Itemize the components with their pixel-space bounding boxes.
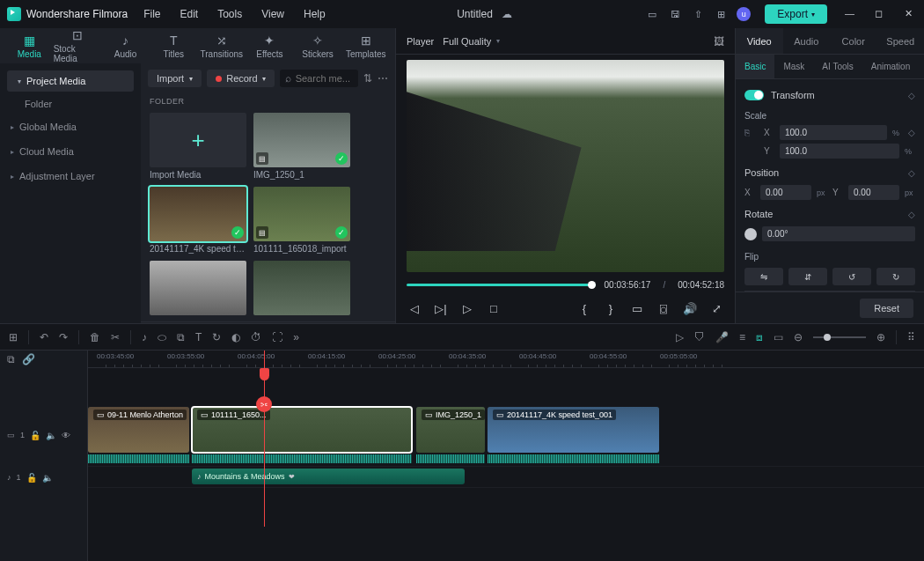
menu-file[interactable]: File <box>143 8 160 20</box>
color-icon[interactable]: ◐ <box>231 331 240 343</box>
close-button[interactable]: ✕ <box>905 8 917 20</box>
tab-effects[interactable]: ✦Effects <box>246 33 294 59</box>
reset-button[interactable]: Reset <box>860 299 913 318</box>
video-clip[interactable]: ▭101111_1650... <box>192 407 412 453</box>
quality-dropdown[interactable]: Full Quality▾ <box>443 36 500 47</box>
video-clip[interactable]: ▭20141117_4K speed test_001 <box>488 407 659 453</box>
keyframe-icon[interactable]: ◇ <box>908 168 915 178</box>
keyframe-icon[interactable]: ◇ <box>908 210 915 219</box>
mic-icon[interactable]: 🎤 <box>715 331 729 343</box>
link-icon[interactable]: 🔗 <box>22 353 35 365</box>
tab-templates[interactable]: ⊞Templates <box>341 33 390 59</box>
tab-media[interactable]: ▦Media <box>5 33 54 59</box>
text-icon[interactable]: T <box>195 331 202 343</box>
mixer-icon[interactable]: ≡ <box>739 331 745 343</box>
insp-tab-speed[interactable]: Speed <box>877 28 925 54</box>
volume-icon[interactable]: 🔊 <box>682 302 698 315</box>
play-back-icon[interactable]: ▷| <box>433 302 449 315</box>
fullscreen-icon[interactable]: ⤢ <box>708 302 724 315</box>
apps-icon[interactable]: ⊞ <box>714 7 728 21</box>
menu-view[interactable]: View <box>261 8 284 20</box>
thumb-image[interactable]: ▤✓ <box>253 113 350 167</box>
delete-icon[interactable]: 🗑 <box>90 331 100 343</box>
rotate-cw-button[interactable]: ↻ <box>876 268 915 285</box>
speed-icon[interactable]: ⏱ <box>251 331 261 343</box>
playhead-line[interactable] <box>264 351 265 527</box>
insp-tab-video[interactable]: Video <box>736 28 783 54</box>
subtab-basic[interactable]: Basic <box>736 55 774 78</box>
sidebar-adjustment-layer[interactable]: Adjustment Layer <box>0 164 141 188</box>
preview-viewport[interactable] <box>407 60 724 272</box>
layout-icon[interactable]: ▭ <box>645 7 659 21</box>
track-view-icon[interactable]: ⠿ <box>907 331 915 343</box>
video-clip[interactable]: ▭IMG_1250_1 <box>416 407 485 453</box>
display-icon[interactable]: ▭ <box>629 302 645 315</box>
filter-icon[interactable]: ⇅ <box>363 72 372 85</box>
grid-icon[interactable]: ⊞ <box>9 331 18 343</box>
import-dropdown[interactable]: Import <box>148 70 202 87</box>
tab-transitions[interactable]: ⤮Transitions <box>198 33 246 59</box>
subtab-mask[interactable]: Mask <box>774 55 813 78</box>
search-box[interactable]: ⌕ <box>280 70 358 87</box>
tag-icon[interactable]: ⬭ <box>158 331 166 343</box>
tab-titles[interactable]: TTitles <box>150 33 198 59</box>
rotate-field[interactable]: 0.00° <box>762 226 915 241</box>
marker-play-icon[interactable]: ▷ <box>676 331 684 343</box>
mute-icon[interactable]: 🔈 <box>46 431 56 440</box>
lock-icon[interactable]: 🔓 <box>30 431 40 440</box>
flip-h-button[interactable]: ⇋ <box>744 268 783 285</box>
subtab-ai-tools[interactable]: AI Tools <box>813 55 862 78</box>
transform-header[interactable]: Transform ◇ <box>744 85 915 106</box>
import-media-button[interactable]: + <box>150 113 246 167</box>
more-tools-icon[interactable]: » <box>293 331 299 343</box>
export-button[interactable]: Export▾ <box>765 4 827 24</box>
video-clip[interactable]: ▭09-11 Menlo Atherton <box>88 407 189 453</box>
pos-y-field[interactable]: 0.00 <box>848 185 899 200</box>
rotate-ccw-button[interactable]: ↺ <box>832 268 871 285</box>
undo-icon[interactable]: ↶ <box>40 331 48 343</box>
maximize-button[interactable]: ◻ <box>875 8 887 20</box>
camera-icon[interactable]: ⌼ <box>656 302 671 315</box>
tab-stock-media[interactable]: ⊡Stock Media <box>54 28 102 63</box>
menu-help[interactable]: Help <box>304 8 326 20</box>
scale-y-field[interactable]: 100.0 <box>780 144 899 159</box>
play-icon[interactable]: ▷ <box>459 302 475 315</box>
rotate-knob[interactable] <box>744 228 757 240</box>
flip-v-button[interactable]: ⇵ <box>788 268 827 285</box>
thumb-image[interactable] <box>253 261 350 315</box>
time-ruler[interactable]: 00:03:45:0000:03:55:0000:04:05:0000:04:1… <box>88 351 924 368</box>
zoom-knob[interactable] <box>824 334 831 341</box>
keyframe-icon[interactable]: ◇ <box>908 91 915 100</box>
audio-clip[interactable]: ♪Mountains & Meadows❤ <box>192 469 465 484</box>
subtab-animation[interactable]: Animation <box>862 55 919 78</box>
thumb-image[interactable]: ✓ <box>150 187 246 241</box>
mark-in-icon[interactable]: { <box>576 302 592 315</box>
sidebar-project-media[interactable]: Project Media <box>7 70 134 92</box>
thumb-image[interactable] <box>150 261 246 315</box>
mark-out-icon[interactable]: } <box>603 302 619 315</box>
minimize-button[interactable]: — <box>845 8 857 20</box>
music-icon[interactable]: ♪ <box>142 331 147 343</box>
thumb-image[interactable]: ▤✓ <box>253 187 350 241</box>
zoom-out-icon[interactable]: ⊖ <box>794 331 803 343</box>
zoom-in-icon[interactable]: ⊕ <box>876 331 885 343</box>
eye-icon[interactable]: 👁 <box>62 431 70 440</box>
lock-icon[interactable]: 🔓 <box>26 473 37 483</box>
menu-edit[interactable]: Edit <box>180 8 199 20</box>
guard-icon[interactable]: ⛉ <box>694 331 705 343</box>
prev-frame-icon[interactable]: ◁ <box>407 302 422 315</box>
sidebar-global-media[interactable]: Global Media <box>0 114 141 139</box>
cloud-sync-icon[interactable]: ☁ <box>500 7 514 21</box>
sidebar-folder[interactable]: Folder <box>0 93 141 114</box>
magnet-icon[interactable]: ⧈ <box>756 331 763 343</box>
menu-tools[interactable]: Tools <box>217 8 242 20</box>
ratio-icon[interactable]: ▭ <box>774 331 783 343</box>
redo-icon[interactable]: ↷ <box>59 331 68 343</box>
scale-x-field[interactable]: 100.0 <box>780 125 887 140</box>
seek-track[interactable] <box>407 284 596 286</box>
timeline-tracks[interactable]: 00:03:45:0000:03:55:0000:04:05:0000:04:1… <box>88 351 924 561</box>
rotate-icon[interactable]: ↻ <box>212 331 221 343</box>
user-avatar[interactable]: u <box>737 7 751 21</box>
stack-icon[interactable]: ⧉ <box>7 353 15 365</box>
crop-icon[interactable]: ⧉ <box>177 331 185 343</box>
